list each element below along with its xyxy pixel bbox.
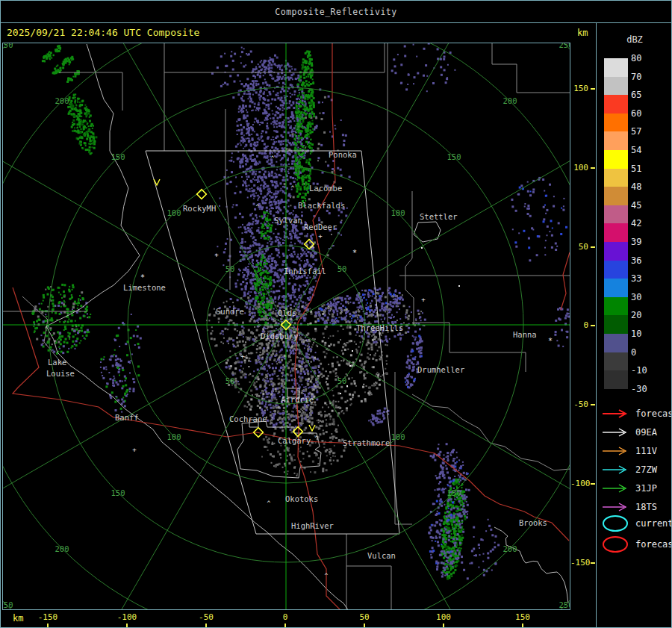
range-ring-label: 250 [3, 600, 13, 609]
dbz-swatch [604, 114, 628, 132]
city-label: Drumheller [417, 365, 464, 374]
range-ring-label: 200 [55, 544, 69, 553]
legend-item-label: 31JP [635, 483, 657, 494]
star-marker: * [140, 273, 145, 282]
boundary-line [225, 109, 230, 290]
dbz-swatch [604, 297, 628, 316]
range-ring-label: 100 [167, 432, 181, 441]
arrow-symbol [601, 464, 631, 475]
legend-item-label: 09EA [635, 427, 657, 438]
star-marker: * [548, 337, 553, 345]
dbz-swatch [604, 95, 628, 114]
legend-item: 27ZW [601, 464, 657, 476]
arrow-symbol [601, 427, 631, 438]
city-label: Ponoka [329, 150, 357, 159]
range-rings [3, 43, 570, 609]
highway-line [561, 252, 570, 310]
city-label: Airdrie [281, 395, 314, 404]
dbz-scale-label: 10 [631, 329, 661, 339]
caret-marker: ^ [271, 155, 275, 162]
radar-map[interactable]: 5050505010010010010015015015015020020020… [3, 43, 570, 609]
dot-marker [340, 393, 341, 394]
arrow-symbol [601, 408, 631, 419]
dbz-swatch [604, 370, 628, 389]
range-ring-label: 150 [111, 152, 125, 161]
legend-item-label: forecast [635, 539, 672, 550]
dbz-swatch [604, 169, 628, 187]
city-label: Strathmore [343, 438, 390, 447]
range-ring-label: 200 [55, 96, 69, 105]
y-axis-tick [591, 483, 595, 485]
city-label: Olds [278, 308, 296, 317]
city-labels: PonokaLacombeBlackfaldsSylvanRedDeerRock… [46, 150, 547, 560]
dbz-swatch [604, 223, 628, 242]
city-label: Lake [48, 358, 66, 367]
city-label: Sylvan [274, 216, 302, 225]
dbz-swatch [604, 150, 628, 169]
y-axis-tick [591, 562, 595, 564]
caret-marker: ^ [311, 246, 315, 252]
radar-app-window: Composite_Reflectivity 2025/09/21 22:04:… [0, 0, 672, 628]
city-label: ThreeHills [356, 323, 403, 332]
azimuth-spoke [286, 325, 570, 529]
boundary-line [164, 43, 385, 72]
star-marker: * [352, 249, 357, 257]
plus-marker: + [421, 296, 426, 303]
x-axis-label: 150 [500, 612, 545, 622]
x-axis-tick [364, 624, 365, 628]
legend-item-label: 111V [635, 446, 657, 456]
city-label: Louise [46, 369, 75, 378]
dbz-scale-label: 0 [631, 347, 661, 358]
range-ring-label: 250 [3, 43, 13, 49]
aircraft-diamond-marker [293, 427, 303, 437]
dbz-scale-label: 65 [631, 90, 661, 100]
legend-item: 09EA [601, 426, 657, 438]
x-axis-tick [47, 624, 49, 628]
legend-item-label: forecast [635, 408, 672, 419]
x-axis-tick [522, 624, 523, 628]
dbz-swatch [604, 242, 628, 261]
y-axis-tick [591, 246, 595, 248]
city-label: Stettler [420, 212, 458, 221]
bottom-axis-unit: km [13, 613, 23, 624]
dbz-scale-label: 30 [631, 292, 661, 302]
legend-item: 18TS [601, 501, 657, 513]
dbz-scale-label: -10 [631, 365, 661, 376]
boundary-jagged-se [494, 527, 568, 603]
city-label: Innisfail [284, 267, 326, 276]
range-ring-label: 100 [391, 208, 405, 217]
y-axis-tick [591, 404, 595, 405]
x-axis-label: -50 [184, 612, 228, 622]
legend-item: forecast [601, 538, 672, 550]
dbz-swatch [604, 187, 628, 205]
range-ring-label: 50 [225, 264, 235, 273]
range-ring-label: 150 [111, 488, 125, 497]
right-axis-unit: km [577, 28, 588, 38]
dot-marker [458, 285, 460, 287]
x-axis-tick [126, 624, 128, 628]
range-ring-label: 150 [447, 488, 461, 497]
dbz-scale-label: -30 [631, 384, 661, 394]
range-ring-label: 150 [447, 152, 461, 161]
legend-item: 31JP [601, 482, 657, 494]
range-ring-label: 100 [167, 208, 181, 217]
arrow-symbol [601, 446, 631, 456]
dbz-swatch [604, 334, 628, 352]
city-label: RockyMH [183, 204, 216, 213]
dbz-scale-label: 45 [631, 200, 661, 211]
dbz-swatch [604, 77, 628, 96]
city-outline [237, 421, 321, 478]
y-axis-label: -100 [570, 479, 588, 488]
map-panel[interactable]: 5050505010010010010015015015015020020020… [2, 43, 570, 610]
dbz-scale-label: 70 [631, 72, 661, 82]
dbz-swatch [604, 315, 628, 334]
arrow-symbol [601, 483, 631, 494]
x-axis-label: 50 [342, 612, 387, 622]
dbz-swatch [604, 279, 628, 297]
dbz-scale-label: 33 [631, 273, 661, 284]
dot-marker [349, 365, 351, 367]
boundary-line [405, 191, 414, 323]
dot-marker [346, 385, 348, 387]
range-ring-label: 200 [503, 96, 517, 105]
city-label: Lacombe [309, 184, 342, 193]
